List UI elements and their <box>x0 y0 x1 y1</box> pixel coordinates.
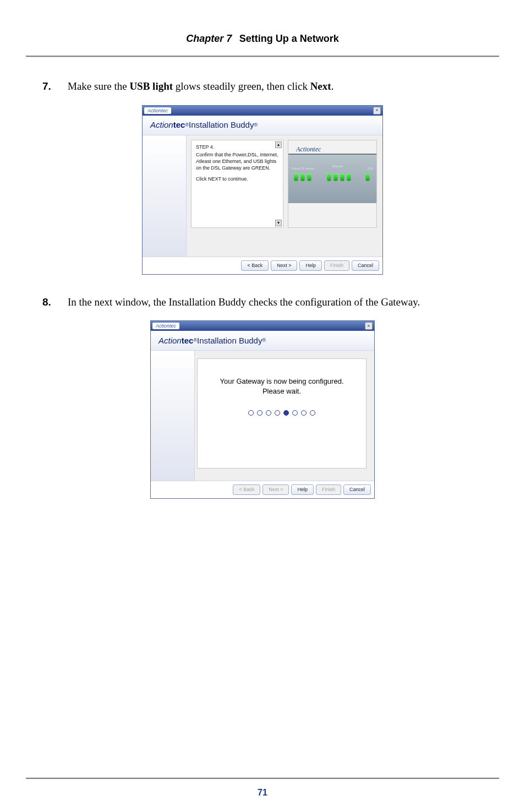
status-line-2: Please wait. <box>198 386 366 396</box>
figure-1: Actiontec × Actiontec® Installation Budd… <box>42 105 483 275</box>
brand-bold: tec <box>173 119 185 131</box>
close-icon[interactable]: × <box>373 107 381 115</box>
progress-dot <box>292 410 298 416</box>
reg-mark: ® <box>185 122 189 129</box>
step7-bold1: USB light <box>129 80 173 92</box>
scroll-up-icon[interactable]: ▲ <box>275 141 282 148</box>
ethernet-label: Ethernet <box>332 165 343 168</box>
step-7: 7. Make sure the USB light glows steadil… <box>42 79 483 94</box>
side-strip <box>151 351 195 481</box>
progress-dot <box>301 410 307 416</box>
titlebar-logo: Actiontec <box>144 107 171 114</box>
power-light-icon <box>294 173 298 181</box>
titlebar-logo: Actiontec <box>152 323 179 329</box>
brand-bold: tec <box>182 335 194 347</box>
step-body-b: Click NEXT to continue. <box>196 176 278 182</box>
step-text: In the next window, the Installation Bud… <box>68 295 483 310</box>
step-text: Make sure the USB light glows steadily g… <box>68 79 483 94</box>
dsl-light-icon <box>300 173 305 181</box>
window-footer-2: < Back Next > Help Finish Cancel <box>151 481 374 498</box>
close-icon[interactable]: × <box>365 322 373 330</box>
step7-mid: glows steadily green, then click <box>173 80 310 92</box>
back-button[interactable]: < Back <box>241 260 269 271</box>
back-button: < Back <box>233 484 260 495</box>
window-titlebar: Actiontec × <box>143 106 382 116</box>
progress-indicator <box>198 410 366 416</box>
device-logo-text: Actiontec <box>296 145 321 154</box>
eth4-light-icon <box>347 173 351 181</box>
device-body: Actiontec Power DSL Internet Ethernet US… <box>288 154 376 203</box>
usb-label: USB <box>368 167 373 171</box>
window-body-1: ▲ STEP 4. Confirm that the Power,DSL, In… <box>143 135 382 257</box>
progress-dot <box>266 410 271 416</box>
status-line-1: Your Gateway is now being configured. <box>198 377 366 386</box>
page-number: 71 <box>0 788 525 798</box>
progress-dot <box>248 410 254 416</box>
cancel-button[interactable]: Cancel <box>352 260 379 271</box>
app-title: Actiontec® Installation Buddy® <box>143 116 382 135</box>
instruction-panel: ▲ STEP 4. Confirm that the Power,DSL, In… <box>191 140 283 228</box>
help-button[interactable]: Help <box>299 260 322 271</box>
step7-pre: Make sure the <box>68 80 129 92</box>
app-name-suffix: Installation Buddy <box>197 335 262 347</box>
reg-mark-2: ® <box>262 337 266 344</box>
next-button[interactable]: Next > <box>271 260 297 271</box>
footer-rule <box>26 778 499 779</box>
eth1-light-icon <box>327 173 331 181</box>
window-body-2: Your Gateway is now being configured. Pl… <box>151 351 374 481</box>
figure-2: Actiontec × Actiontec® Installation Budd… <box>42 320 483 499</box>
finish-button: Finish <box>316 484 341 495</box>
status-panel: Your Gateway is now being configured. Pl… <box>197 358 367 468</box>
step-number: 8. <box>42 295 68 310</box>
reg-mark: ® <box>193 337 197 344</box>
eth3-light-icon <box>340 173 344 181</box>
progress-dot <box>283 410 289 416</box>
app-name-suffix: Installation Buddy <box>189 119 254 131</box>
finish-button: Finish <box>324 260 349 271</box>
side-strip <box>143 135 187 257</box>
help-button[interactable]: Help <box>291 484 314 495</box>
step7-post: . <box>331 80 334 92</box>
internet-light-icon <box>307 173 311 181</box>
installer-window-2: Actiontec × Actiontec® Installation Budd… <box>150 320 375 499</box>
brand-italic: Action <box>158 335 182 347</box>
reg-mark-2: ® <box>254 122 258 129</box>
progress-dot <box>310 410 315 416</box>
cancel-button[interactable]: Cancel <box>343 484 371 495</box>
window-footer-1: < Back Next > Help Finish Cancel <box>143 257 382 274</box>
light-labels-left: Power DSL Internet <box>292 167 314 171</box>
chapter-title: Setting Up a Network <box>239 33 339 44</box>
usb-light-icon <box>365 173 370 181</box>
device-photo: Actiontec Power DSL Internet Ethernet US… <box>288 140 377 228</box>
chapter-label: Chapter 7 <box>186 33 232 44</box>
eth2-light-icon <box>333 173 338 181</box>
step-body-a: Confirm that the Power,DSL, Internet, At… <box>196 151 278 171</box>
step-number: 7. <box>42 79 68 94</box>
installer-window-1: Actiontec × Actiontec® Installation Budd… <box>142 105 383 275</box>
app-title: Actiontec® Installation Buddy® <box>151 331 374 351</box>
lights-ethernet <box>327 173 351 181</box>
window-titlebar: Actiontec × <box>151 321 374 331</box>
lights-left <box>294 173 311 181</box>
lights-usb <box>365 173 370 181</box>
step7-bold2: Next <box>310 80 331 92</box>
brand-italic: Action <box>150 119 173 131</box>
content-body: 7. Make sure the USB light glows steadil… <box>42 79 483 499</box>
progress-dot <box>257 410 262 416</box>
progress-dot <box>275 410 280 416</box>
next-button: Next > <box>262 484 289 495</box>
step-8: 8. In the next window, the Installation … <box>42 295 483 310</box>
step-title: STEP 4. <box>196 144 278 150</box>
scroll-down-icon[interactable]: ▼ <box>275 220 282 226</box>
chapter-header: Chapter 7 Setting Up a Network <box>26 0 499 57</box>
